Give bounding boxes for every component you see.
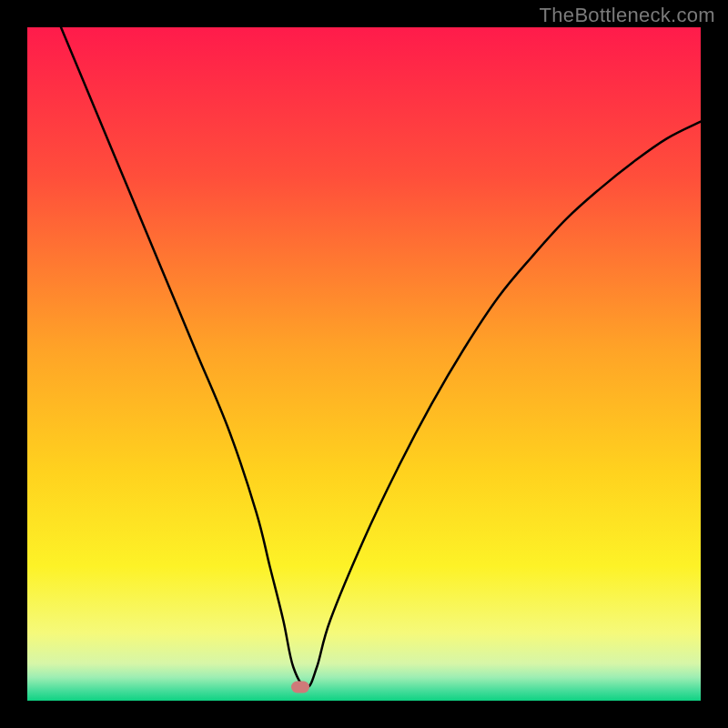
optimum-marker [291, 682, 309, 693]
plot-area [27, 27, 701, 701]
chart-frame: TheBottleneck.com [0, 0, 728, 728]
bottleneck-curve [27, 27, 701, 701]
watermark-text: TheBottleneck.com [540, 4, 715, 27]
